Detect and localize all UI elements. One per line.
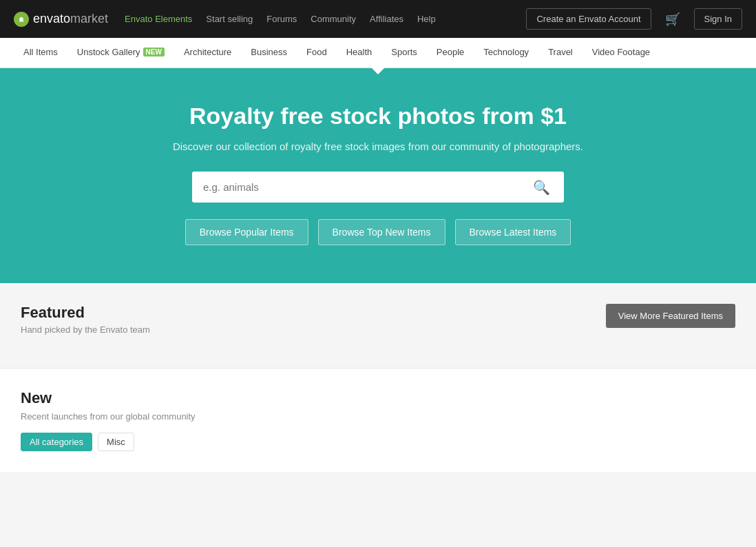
search-button[interactable]: 🔍 bbox=[527, 176, 556, 198]
category-people[interactable]: People bbox=[427, 38, 474, 68]
header-right: Create an Envato Account 🛒 Sign In bbox=[526, 8, 742, 30]
sign-in-button[interactable]: Sign In bbox=[694, 8, 742, 30]
triangle-indicator bbox=[371, 68, 385, 74]
hero-buttons: Browse Popular Items Browse Top New Item… bbox=[14, 219, 742, 245]
featured-info: Featured Hand picked by the Envato team bbox=[21, 304, 150, 335]
nav-community[interactable]: Community bbox=[311, 14, 356, 24]
search-icon: 🔍 bbox=[533, 180, 550, 195]
header-nav: Envato Elements Start selling Forums Com… bbox=[125, 14, 436, 24]
view-more-featured-button[interactable]: View More Featured Items bbox=[606, 304, 735, 328]
new-badge: NEW bbox=[143, 48, 165, 56]
search-bar: 🔍 bbox=[192, 172, 564, 203]
category-food[interactable]: Food bbox=[297, 38, 337, 68]
nav-help[interactable]: Help bbox=[417, 14, 436, 24]
browse-latest-button[interactable]: Browse Latest Items bbox=[455, 219, 571, 245]
new-section: New Recent launches from our global comm… bbox=[0, 368, 756, 472]
new-section-subtitle: Recent launches from our global communit… bbox=[21, 411, 735, 422]
nav-affiliates[interactable]: Affiliates bbox=[370, 14, 403, 24]
search-input[interactable] bbox=[200, 174, 527, 200]
category-sports[interactable]: Sports bbox=[381, 38, 427, 68]
new-section-title: New bbox=[21, 389, 735, 407]
hero-section: Royalty free stock photos from $1 Discov… bbox=[0, 68, 756, 283]
category-pills: All categories Misc bbox=[21, 433, 735, 451]
cart-icon: 🛒 bbox=[665, 12, 680, 26]
category-all-items[interactable]: All Items bbox=[14, 38, 67, 68]
browse-top-new-button[interactable]: Browse Top New Items bbox=[318, 219, 445, 245]
pill-all-categories[interactable]: All categories bbox=[21, 433, 92, 451]
header-left: envatomarket Envato Elements Start selli… bbox=[14, 12, 436, 27]
envato-logo-icon bbox=[14, 12, 29, 27]
category-video-footage[interactable]: Video Footage bbox=[582, 38, 660, 68]
featured-header: Featured Hand picked by the Envato team … bbox=[21, 304, 735, 335]
category-technology[interactable]: Technology bbox=[474, 38, 538, 68]
featured-title: Featured bbox=[21, 304, 150, 322]
cart-button[interactable]: 🛒 bbox=[660, 9, 686, 30]
nav-forums[interactable]: Forums bbox=[266, 14, 297, 24]
header: envatomarket Envato Elements Start selli… bbox=[0, 0, 756, 38]
hero-title: Royalty free stock photos from $1 bbox=[14, 103, 742, 130]
browse-popular-button[interactable]: Browse Popular Items bbox=[185, 219, 308, 245]
nav-start-selling[interactable]: Start selling bbox=[206, 14, 253, 24]
category-travel[interactable]: Travel bbox=[538, 38, 582, 68]
featured-section: Featured Hand picked by the Envato team … bbox=[0, 283, 756, 368]
category-health[interactable]: Health bbox=[337, 38, 382, 68]
create-account-button[interactable]: Create an Envato Account bbox=[526, 8, 651, 30]
category-unstock-gallery[interactable]: Unstock Gallery NEW bbox=[67, 38, 174, 68]
svg-point-1 bbox=[19, 17, 23, 21]
featured-subtitle: Hand picked by the Envato team bbox=[21, 324, 150, 335]
category-business[interactable]: Business bbox=[241, 38, 297, 68]
hero-subtitle: Discover our collection of royalty free … bbox=[14, 141, 742, 152]
category-architecture[interactable]: Architecture bbox=[174, 38, 241, 68]
nav-envato-elements[interactable]: Envato Elements bbox=[125, 14, 192, 24]
logo: envatomarket bbox=[14, 12, 108, 27]
category-nav: All Items Unstock Gallery NEW Architectu… bbox=[0, 38, 756, 68]
pill-misc[interactable]: Misc bbox=[98, 433, 134, 451]
logo-text: envatomarket bbox=[33, 12, 108, 26]
